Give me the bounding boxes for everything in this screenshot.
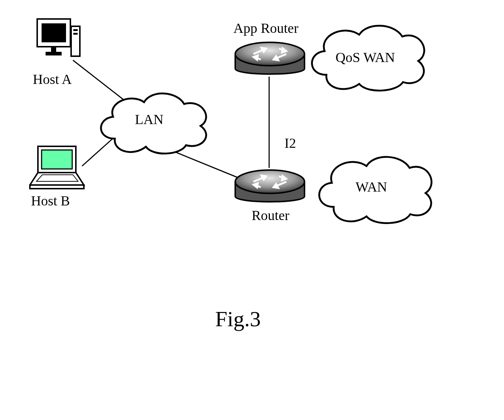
svg-rect-5 <box>42 150 72 169</box>
host-b-icon <box>29 144 88 192</box>
router-label: Router <box>252 207 289 223</box>
diagram-stage: Host A Host B LAN QoS WAN <box>0 0 504 420</box>
lan-label: LAN <box>135 111 163 127</box>
figure-caption: Fig.3 <box>215 307 261 332</box>
svg-point-18 <box>235 170 305 193</box>
pc-tower-icon <box>70 26 81 57</box>
app-router-icon <box>232 39 308 80</box>
host-a-label: Host A <box>33 71 72 87</box>
monitor-base <box>46 52 62 55</box>
host-b-label: Host B <box>31 193 70 209</box>
svg-rect-8 <box>30 185 84 189</box>
monitor-icon <box>36 18 71 47</box>
link-i2-label: I2 <box>284 135 296 151</box>
svg-point-9 <box>235 42 305 66</box>
qos-wan-label: QoS WAN <box>336 49 395 65</box>
router-icon <box>232 167 308 207</box>
wan-label: WAN <box>356 179 387 195</box>
app-router-label: App Router <box>233 20 298 36</box>
monitor-screen <box>42 23 66 42</box>
host-a-icon <box>35 18 82 69</box>
